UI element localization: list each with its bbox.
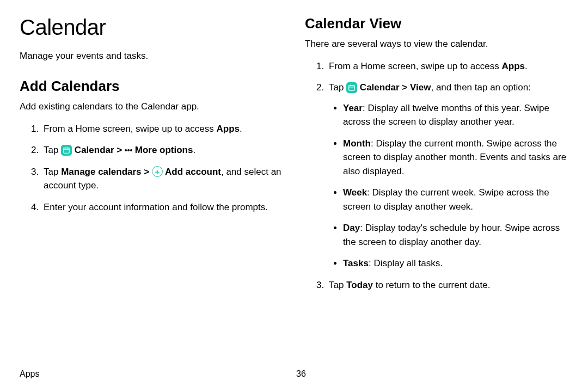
step-text: Tap [44,167,61,177]
footer-page-number: 36 [292,369,568,379]
add-calendars-heading: Add Calendars [20,78,283,95]
step-text: . [525,61,528,71]
add-account-label: Add account [163,167,221,177]
step-text: From a Home screen, swipe up to access [44,124,216,134]
option-month: Month [343,138,371,149]
page-subtitle: Manage your events and tasks. [20,50,283,63]
calendar-icon [346,82,357,93]
left-column: Calendar Manage your events and tasks. A… [20,15,283,358]
list-item: Day: Display today's schedule by hour. S… [343,221,568,249]
step-text: , and then tap an option: [431,82,530,93]
step-item: From a Home screen, swipe up to access A… [41,122,283,136]
right-column: Calendar View There are several ways to … [305,15,568,358]
option-desc: : Display the current week. Swipe across… [343,187,549,212]
calendar-view-desc: There are several ways to view the calen… [305,38,568,51]
step-text: Enter your account information and follo… [44,202,268,212]
option-year: Year [343,103,363,113]
add-icon: + [152,166,163,177]
apps-label: Apps [216,124,240,134]
today-label: Today [346,280,373,290]
step-item: From a Home screen, swipe up to access A… [327,59,568,74]
more-options-icon [125,145,132,156]
option-day: Day [343,223,360,233]
step-item: Tap Manage calendars > + Add account, an… [41,165,283,193]
option-tasks: Tasks [343,258,369,268]
option-week: Week [343,187,367,198]
footer-section-label: Apps [20,369,292,379]
step-item: Tap Calendar > More options. [41,143,283,157]
view-options-list: Year: Display all twelve months of this … [329,101,568,271]
step-item: Tap Today to return to the current date. [327,278,568,292]
step-text: Tap [329,280,346,290]
calendar-icon [61,145,72,156]
add-calendars-steps: From a Home screen, swipe up to access A… [20,122,283,215]
separator: > [114,145,125,155]
step-text: From a Home screen, swipe up to access [329,61,501,71]
step-text: to return to the current date. [373,280,490,290]
separator: > [400,82,410,93]
apps-label: Apps [501,61,525,71]
list-item: Year: Display all twelve months of this … [343,101,568,129]
calendar-label: Calendar [357,82,399,93]
step-text: Tap [329,82,346,93]
step-text: . [193,145,195,155]
list-item: Week: Display the current week. Swipe ac… [343,186,568,213]
step-text: . [240,124,242,134]
option-desc: : Display all twelve months of this year… [343,103,549,127]
calendar-view-heading: Calendar View [305,15,568,32]
step-item: Tap Calendar > View, and then tap an opt… [327,81,568,271]
option-desc: : Display today's schedule by hour. Swip… [343,223,560,247]
option-desc: : Display the current month. Swipe acros… [343,138,566,176]
content-columns: Calendar Manage your events and tasks. A… [20,15,568,358]
list-item: Month: Display the current month. Swipe … [343,137,568,179]
option-desc: : Display all tasks. [369,258,443,268]
page-title: Calendar [20,15,283,40]
list-item: Tasks: Display all tasks. [343,256,568,271]
calendar-label: Calendar [72,145,114,155]
svg-rect-0 [64,148,70,153]
page-footer: Apps 36 [20,369,568,379]
view-label: View [410,82,431,93]
more-options-label: More options [132,145,193,155]
step-item: Enter your account information and follo… [41,200,283,215]
add-calendars-desc: Add existing calendars to the Calendar a… [20,100,283,113]
step-text: Tap [44,145,61,155]
calendar-view-steps: From a Home screen, swipe up to access A… [305,59,568,292]
manage-calendars-label: Manage calendars [61,167,141,177]
separator: > [142,167,152,177]
svg-rect-4 [349,85,355,90]
